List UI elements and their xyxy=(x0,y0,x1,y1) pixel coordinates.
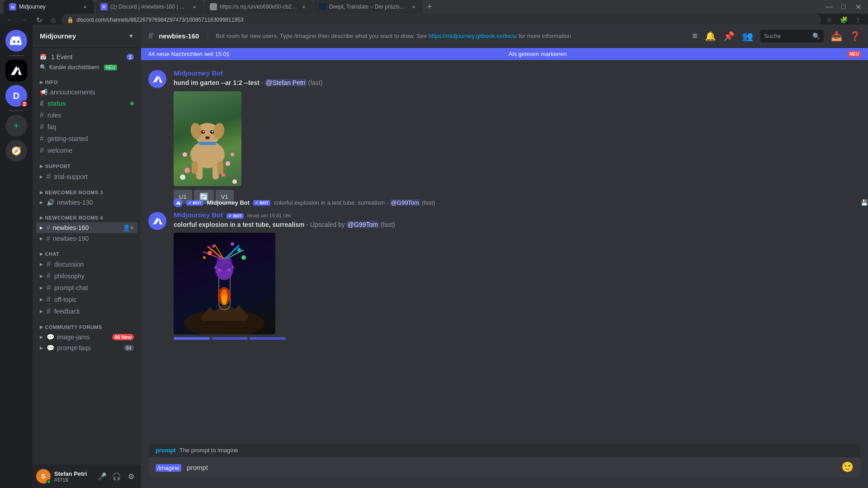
arrow-trial: ▶ xyxy=(40,174,43,179)
tab-close-2[interactable]: ✕ xyxy=(191,3,198,10)
channel-announcements[interactable]: 📢 announcements xyxy=(36,87,137,98)
dog-image[interactable] xyxy=(174,91,241,186)
channel-discussion[interactable]: ▶ # discussion xyxy=(36,258,137,270)
new-tab-button[interactable]: + xyxy=(423,0,436,13)
unread-banner[interactable]: 44 neue Nachrichten seit 15:01 Als geles… xyxy=(141,48,868,60)
speaker-icon-130: 🔊 xyxy=(47,199,54,206)
message-group-1: Midjourney Bot hund im garten --ar 1:2 -… xyxy=(141,67,868,206)
channel-header-desc: Bot room for new users. Type /imagine th… xyxy=(216,33,571,39)
section-arrow-community: ▶ xyxy=(40,325,43,329)
channel-newbies-130[interactable]: ▶ 🔊 newbies-130 xyxy=(36,197,137,208)
channel-newbies-190[interactable]: ▶ # newbies-190 xyxy=(36,233,137,244)
channel-getting-started[interactable]: # getting-started xyxy=(36,133,137,145)
explore-servers-button[interactable]: 🧭 xyxy=(5,140,27,162)
tab-label-1: Midjourney xyxy=(19,4,46,10)
notification-icon[interactable]: 🔔 xyxy=(705,31,716,42)
arrow-discussion: ▶ xyxy=(40,262,43,267)
tab-midjourney[interactable]: ⊕ Midjourney ✕ xyxy=(4,0,94,14)
arrow-prompt-faqs: ▶ xyxy=(40,346,43,350)
section-arrow-newcomer4: ▶ xyxy=(40,216,43,220)
tab-favicon-4 xyxy=(319,3,326,10)
section-arrow-support: ▶ xyxy=(40,164,43,169)
svg-point-40 xyxy=(222,294,227,305)
tab-close-4[interactable]: ✕ xyxy=(410,3,417,10)
channel-prompt-faqs[interactable]: ▶ 💬 prompt-faqs 84 xyxy=(36,343,137,353)
pin-icon[interactable]: 📌 xyxy=(723,31,735,42)
mention-g99[interactable]: @G99Tom xyxy=(390,199,420,206)
search-box[interactable]: 🔍 xyxy=(760,30,824,42)
channel-prompt-chat[interactable]: ▶ # prompt-chat xyxy=(36,282,137,294)
tab-close-3[interactable]: ✕ xyxy=(301,3,307,10)
events-item[interactable]: 📅 1 Event 1 xyxy=(36,52,137,62)
emoji-button[interactable]: 🙂 xyxy=(841,461,854,473)
svg-point-8 xyxy=(205,136,210,139)
window-close[interactable]: ✕ xyxy=(852,0,864,13)
deafen-button[interactable]: 🎧 xyxy=(110,470,123,483)
channel-trial-support[interactable]: ▶ # trial-support xyxy=(36,171,137,183)
section-support[interactable]: ▶ SUPPORT xyxy=(33,156,141,171)
user-bar: S Stefan Petri #3718 🎤 🎧 ⚙ xyxy=(33,465,141,488)
members-icon[interactable]: 👥 xyxy=(742,31,753,42)
hash-icon-trial: # xyxy=(47,173,51,181)
section-community[interactable]: ▶ COMMUNITY FORUMS xyxy=(33,317,141,332)
main-content: # newbies-160 | Bot room for new users. … xyxy=(141,24,868,488)
message-author-1[interactable]: Midjourney Bot xyxy=(174,69,223,77)
tab-deepl[interactable]: DeepL Translate – Der präziseste... ✕ xyxy=(314,0,422,14)
channel-newbies-160[interactable]: ▶ # newbies-160 👤+ xyxy=(36,222,137,233)
explosion-image[interactable] xyxy=(174,233,275,334)
messages-area[interactable]: Midjourney Bot hund im garten --ar 1:2 -… xyxy=(141,64,868,443)
channel-feedback[interactable]: ▶ # feedback xyxy=(36,305,137,317)
bot-badge-preview: ✓ BOT xyxy=(253,200,270,206)
mark-read-button[interactable]: Als gelesen markieren xyxy=(509,51,567,57)
add-server-button[interactable]: + xyxy=(5,115,27,136)
section-newcomer4[interactable]: ▶ NEWCOMER ROOMS 4 xyxy=(33,208,141,222)
threads-icon[interactable]: ≡ xyxy=(692,31,698,41)
window-min[interactable]: — xyxy=(823,0,835,13)
tab-mj-link[interactable]: https://s.mj.run/eb690e50-cb24-... ✕ xyxy=(204,0,313,14)
section-info[interactable]: ▶ INFO xyxy=(33,72,141,87)
prompt-text-1: hund im garten --ar 1:2 --test xyxy=(174,79,259,86)
channel-image-jams[interactable]: ▶ 💬 image-jams 46 New xyxy=(36,332,137,343)
message-input[interactable] xyxy=(187,458,836,477)
browse-channels-item[interactable]: 🔍 Kanäle durchstöbern NEU xyxy=(36,62,137,72)
user-status-dot xyxy=(47,479,51,484)
svg-rect-12 xyxy=(217,161,223,174)
channel-status[interactable]: # status xyxy=(36,98,137,109)
channel-welcome[interactable]: # welcome xyxy=(36,145,137,156)
hash-icon-status: # xyxy=(40,99,44,108)
bot-preview: ✓ BOT Midjourney Bot ✓ BOT colorful expl… xyxy=(174,198,868,207)
section-chat[interactable]: ▶ CHAT xyxy=(33,244,141,258)
channel-feedback-label: feedback xyxy=(54,308,80,315)
hash-icon-getting-started: # xyxy=(40,135,44,143)
settings-button[interactable]: ⚙ xyxy=(125,470,137,483)
browse-label: Kanäle durchstöbern xyxy=(49,64,99,70)
forum-icon-faqs: 💬 xyxy=(47,344,54,352)
server-icon-midjourney[interactable] xyxy=(5,60,27,81)
channel-philosophy[interactable]: ▶ # philosophy xyxy=(36,270,137,282)
server-icon-discord-home[interactable] xyxy=(5,30,27,52)
help-icon[interactable]: ❓ xyxy=(849,31,861,42)
mention-g99-main[interactable]: @G99Tom xyxy=(347,221,379,228)
channel-faq[interactable]: # faq xyxy=(36,121,137,133)
channel-header-link[interactable]: https://midjourney.gitbook.io/docs/ xyxy=(429,33,517,39)
tab-close-1[interactable]: ✕ xyxy=(81,3,89,10)
svg-marker-22 xyxy=(201,303,248,321)
svg-point-17 xyxy=(183,152,187,157)
window-max[interactable]: □ xyxy=(837,0,850,13)
server-icon-other1[interactable]: D 2 xyxy=(5,85,27,107)
save-icon[interactable]: 💾 xyxy=(861,199,868,206)
channel-rules[interactable]: # rules xyxy=(36,109,137,121)
slash-command[interactable]: /imagine xyxy=(156,464,181,472)
server-name-bar[interactable]: Midjourney ▼ xyxy=(33,24,141,48)
channel-off-topic[interactable]: ▶ # off-topic xyxy=(36,294,137,305)
search-input[interactable] xyxy=(764,33,810,39)
tab-discord[interactable]: D (2) Discord | #newbies-160 | Mid... ✕ xyxy=(95,0,203,14)
section-label-info: INFO xyxy=(45,80,58,85)
mention-stefan[interactable]: @Stefan Petri xyxy=(265,79,306,86)
section-newcomer3[interactable]: ▶ NEWCOMER ROOMS 3 xyxy=(33,183,141,197)
mute-button[interactable]: 🎤 xyxy=(96,470,108,483)
unread-text: 44 neue Nachrichten seit 15:01 xyxy=(148,51,230,57)
inbox-icon[interactable]: 📥 xyxy=(831,31,842,42)
arrow-160: ▶ xyxy=(40,225,43,230)
add-user-icon[interactable]: 👤+ xyxy=(123,224,134,231)
